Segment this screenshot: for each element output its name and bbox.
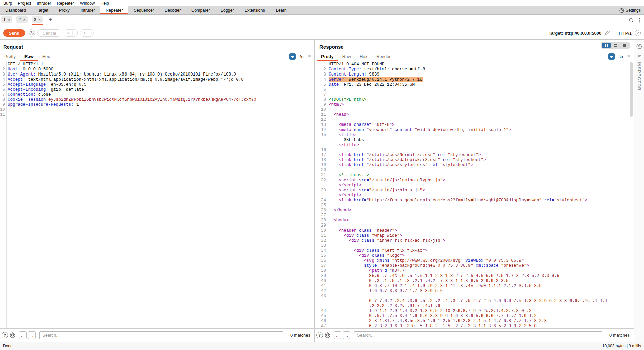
tab-intruder[interactable]: Intruder — [75, 6, 100, 14]
code-line: 1HTTP/1.0 404 NOT FOUND — [315, 62, 634, 67]
request-tab-raw[interactable]: Raw — [20, 52, 38, 61]
status-bar: Done 10,003 bytes | 9 millis — [0, 342, 644, 350]
close-tab-icon[interactable]: × — [39, 18, 41, 22]
menu-window[interactable]: Window — [80, 1, 95, 6]
search-next-button[interactable]: → — [28, 331, 36, 339]
kebab-menu-icon[interactable] — [639, 18, 640, 23]
next-response-button[interactable]: > ▼ — [80, 29, 94, 37]
line-number: 41 — [315, 284, 326, 289]
line-number: 2 — [0, 67, 5, 72]
line-number: 40 — [315, 279, 326, 284]
send-button[interactable]: Send — [3, 29, 25, 37]
layout-columns-button[interactable] — [602, 43, 611, 48]
code-line: 43 — [315, 294, 634, 299]
menu-project[interactable]: Project — [18, 1, 31, 6]
code-line: 46 2.8-1.81.7-.4.8.5c.8.5 1.6 1 2.5 1.6 … — [315, 319, 634, 324]
editor-menu-icon[interactable]: ≡ — [627, 53, 630, 59]
line-number: 10 — [315, 107, 326, 112]
code-line: </title> — [315, 143, 634, 148]
tab-target[interactable]: Target — [31, 6, 54, 14]
code-line: 9<html> — [315, 102, 634, 107]
request-tab-pretty[interactable]: Pretty — [0, 52, 20, 61]
repeater-tab-1[interactable]: 1× — [1, 16, 12, 23]
layout-single-button[interactable] — [620, 43, 629, 48]
search-prev-button[interactable]: ← — [334, 331, 341, 339]
search-next-button[interactable]: → — [343, 331, 350, 339]
http-version-selector[interactable]: HTTP/1 — [616, 31, 632, 36]
response-scrollbar[interactable] — [630, 62, 633, 117]
cancel-button[interactable]: Cancel — [37, 29, 61, 37]
search-icon[interactable] — [629, 18, 634, 23]
search-help-icon[interactable]: ? — [2, 332, 8, 338]
show-newlines-icon[interactable]: \n — [619, 54, 623, 58]
show-newlines-icon[interactable]: \n — [300, 54, 303, 58]
code-line: 8Cookie: session=eyJsb2dnZWRpbiI6bnVsbCw… — [0, 97, 314, 102]
menu-help[interactable]: Help — [100, 1, 109, 6]
close-tab-icon[interactable]: × — [23, 18, 25, 22]
code-line: 34 <div class="left flx flx-ac"> — [315, 248, 634, 253]
search-prev-button[interactable]: ← — [19, 331, 27, 339]
menu-intruder[interactable]: Intruder — [37, 1, 51, 6]
word-wrap-icon[interactable] — [289, 53, 296, 60]
response-tab-hex[interactable]: Hex — [355, 52, 372, 61]
close-tab-icon[interactable]: × — [8, 18, 10, 22]
code-line: 45 0-.5.1-.7.5-3.4 1.6-6.6 3.3-9.6 1.6-3… — [315, 314, 634, 319]
tab-proxy[interactable]: Proxy — [54, 6, 75, 14]
response-tab-render[interactable]: Render — [372, 52, 395, 61]
gear-icon[interactable] — [636, 43, 642, 49]
add-tab-button[interactable]: + — [47, 16, 54, 23]
word-wrap-icon[interactable] — [608, 53, 615, 60]
line-number: 3 — [0, 72, 5, 77]
code-line: 21 <!--Icons--> — [315, 173, 634, 178]
help-icon[interactable]: ? — [635, 30, 641, 36]
edit-target-pencil-icon[interactable] — [604, 30, 610, 36]
repeater-tab-2[interactable]: 2× — [16, 16, 28, 23]
repeater-tab-3[interactable]: 3× — [32, 16, 43, 23]
line-number: 28 — [315, 218, 326, 223]
line-number: 8 — [315, 97, 326, 102]
code-line: 13 <meta charset="utf-8"> — [315, 122, 634, 128]
search-match-count: 0 matches — [609, 333, 630, 338]
search-settings-icon[interactable] — [9, 332, 16, 338]
response-editor[interactable]: 1HTTP/1.0 404 NOT FOUND2Content-Type: te… — [315, 61, 634, 328]
repeater-tab-bar: 1×2×3×+ — [0, 15, 644, 26]
line-number: 9 — [0, 102, 5, 107]
send-options-button[interactable] — [28, 29, 35, 37]
menu-repeater[interactable]: Repeater — [57, 1, 74, 6]
tab-logger[interactable]: Logger — [215, 6, 239, 14]
line-number: 30 — [315, 228, 326, 233]
code-line: 42 1.6-6.7 3.3-9.7 1.7-3 3.9-5.6 — [315, 289, 634, 294]
inspector-lines-icon[interactable] — [637, 53, 642, 57]
code-line: 22 <script src="/static/js/lumino.glyphs… — [315, 178, 634, 183]
search-input[interactable] — [39, 331, 283, 339]
tab-comparer[interactable]: Comparer — [186, 6, 215, 14]
search-settings-icon[interactable] — [324, 332, 331, 338]
search-input[interactable] — [354, 331, 602, 339]
line-number: 34 — [315, 248, 326, 253]
search-help-icon[interactable]: ? — [316, 332, 323, 338]
request-tab-hex[interactable]: Hex — [38, 52, 54, 61]
tab-decoder[interactable]: Decoder — [159, 6, 186, 14]
response-view-tabs: PrettyRawHexRender\n≡ — [315, 52, 634, 61]
tab-learn[interactable]: Learn — [270, 6, 292, 14]
code-line: </script> — [315, 193, 634, 198]
code-line: 4Server: Werkzeug/0.14.1 Python/2.7.18 — [315, 77, 634, 82]
tab-sequencer[interactable]: Sequencer — [128, 6, 159, 14]
menu-burp[interactable]: Burp — [3, 1, 12, 6]
layout-rows-button[interactable] — [611, 43, 620, 48]
request-title: Request — [3, 44, 23, 50]
editor-menu-icon[interactable]: ≡ — [308, 53, 311, 59]
inspector-label[interactable]: INSPECTOR — [637, 62, 641, 91]
code-line: 6.7-7.6.2-.2.4-.3.6-.5-.2-.2-.4-.3-.7-.5… — [315, 299, 634, 304]
tab-repeater[interactable]: Repeater — [100, 6, 128, 14]
code-line: 41 0-6.8-.7-10-2-1-.4-1.9-.9-2.8-1.41-.8… — [315, 284, 634, 289]
request-editor[interactable]: 1GET / HTTP/1.12Host: 0.0.0.0:50003User-… — [0, 61, 314, 328]
prev-response-button[interactable]: < ▼ — [64, 29, 78, 37]
line-number: 20 — [315, 168, 326, 173]
settings-button[interactable]: Settings — [619, 6, 644, 14]
line-number: 1 — [0, 62, 5, 67]
response-tab-pretty[interactable]: Pretty — [317, 52, 338, 61]
tab-dashboard[interactable]: Dashboard — [0, 6, 31, 14]
response-tab-raw[interactable]: Raw — [338, 52, 355, 61]
tab-extensions[interactable]: Extensions — [239, 6, 270, 14]
